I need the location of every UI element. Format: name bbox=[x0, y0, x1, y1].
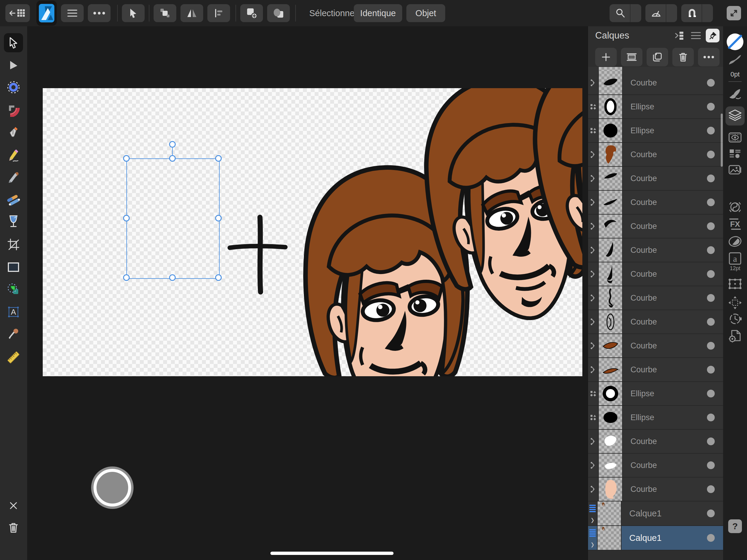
layer-row[interactable]: Courbe bbox=[588, 430, 724, 454]
layer-row[interactable]: Courbe bbox=[588, 310, 724, 334]
zoom-options-caret[interactable] bbox=[630, 4, 641, 22]
select-cursor-button[interactable] bbox=[122, 4, 145, 22]
corner-tool[interactable] bbox=[4, 101, 23, 120]
image-studio-button[interactable] bbox=[723, 164, 747, 176]
move-tool[interactable] bbox=[4, 33, 23, 52]
zoom-tool-button[interactable] bbox=[610, 4, 641, 22]
layer-row[interactable]: Courbe bbox=[588, 143, 724, 167]
stroke-width-value[interactable]: 0pt bbox=[723, 71, 747, 78]
pin-panel-button[interactable] bbox=[706, 29, 720, 43]
selection-handle-sw[interactable] bbox=[123, 274, 130, 281]
adjustments-studio-button[interactable] bbox=[723, 131, 747, 144]
layer-row[interactable]: Courbe bbox=[588, 334, 724, 358]
stroke-style-button[interactable] bbox=[723, 54, 747, 66]
layer-row[interactable]: Courbe bbox=[588, 262, 724, 286]
selection-handle-se[interactable] bbox=[215, 274, 222, 281]
snapping-options-caret[interactable] bbox=[702, 4, 713, 22]
layer-visibility-dot[interactable] bbox=[707, 509, 715, 517]
brush-studio-button[interactable] bbox=[723, 87, 747, 101]
layer-visibility-dot[interactable] bbox=[707, 103, 715, 110]
contrast-studio-button[interactable] bbox=[723, 235, 747, 248]
flip-button[interactable] bbox=[180, 4, 203, 22]
layer-visibility-dot[interactable] bbox=[707, 342, 715, 350]
selection-handle-e[interactable] bbox=[215, 215, 222, 222]
layer-row[interactable]: Ellipse bbox=[588, 382, 724, 406]
layer-visibility-dot[interactable] bbox=[707, 222, 715, 230]
layer-visibility-dot[interactable] bbox=[707, 437, 715, 445]
boolean-button[interactable] bbox=[267, 4, 290, 22]
expand-chevron-icon[interactable]: › bbox=[591, 540, 594, 549]
pen-tool[interactable] bbox=[4, 123, 23, 142]
history-studio-button[interactable] bbox=[723, 312, 747, 325]
layer-visibility-dot[interactable] bbox=[707, 246, 715, 254]
layer-visibility-dot[interactable] bbox=[707, 294, 715, 302]
layer-row[interactable]: Ellipse bbox=[588, 95, 724, 119]
layer-visibility-dot[interactable] bbox=[707, 270, 715, 278]
duplicate-layer-button[interactable] bbox=[647, 48, 668, 66]
delete-button[interactable] bbox=[4, 518, 23, 537]
fill-swatch-button[interactable] bbox=[723, 33, 747, 51]
fx-studio-button[interactable]: FX bbox=[723, 218, 747, 231]
layer-row[interactable]: Courbe bbox=[588, 454, 724, 478]
layer-row[interactable]: Ellipse bbox=[588, 406, 724, 430]
transform-button[interactable] bbox=[154, 4, 176, 22]
help-button[interactable]: ? bbox=[728, 519, 742, 533]
swatches-studio-button[interactable] bbox=[723, 200, 747, 214]
selection-handle-n[interactable] bbox=[169, 155, 176, 162]
selection-bounding-box[interactable] bbox=[126, 158, 220, 279]
layer-visibility-dot[interactable] bbox=[707, 151, 715, 158]
shape-builder-tool[interactable] bbox=[4, 280, 23, 299]
layer-visibility-dot[interactable] bbox=[707, 198, 715, 206]
mask-layer-button[interactable] bbox=[621, 48, 642, 66]
layer-row[interactable]: ›Calque1 bbox=[588, 502, 724, 526]
transform-studio-button[interactable] bbox=[723, 278, 747, 290]
layer-row[interactable]: ›Calque1 bbox=[588, 526, 724, 551]
home-indicator[interactable] bbox=[271, 552, 393, 555]
layer-visibility-dot[interactable] bbox=[707, 127, 715, 134]
delete-layer-button[interactable] bbox=[672, 48, 694, 66]
arrange-studio-button[interactable] bbox=[723, 296, 747, 310]
ruler-tool[interactable] bbox=[4, 348, 23, 367]
navigator-options-caret[interactable] bbox=[666, 4, 677, 22]
layer-row[interactable]: Courbe bbox=[588, 286, 724, 310]
layer-row[interactable]: Courbe bbox=[588, 214, 724, 238]
text-tool[interactable]: A bbox=[4, 302, 23, 322]
layer-visibility-dot[interactable] bbox=[707, 390, 715, 398]
layer-visibility-dot[interactable] bbox=[707, 318, 715, 326]
selection-handle-w[interactable] bbox=[123, 215, 130, 222]
insert-target-button[interactable] bbox=[673, 29, 687, 43]
app-switcher-button[interactable] bbox=[5, 4, 30, 22]
selection-handle-s[interactable] bbox=[169, 274, 176, 281]
add-layer-button[interactable] bbox=[595, 48, 617, 66]
layer-visibility-dot[interactable] bbox=[707, 79, 715, 87]
layer-visibility-dot[interactable] bbox=[707, 461, 715, 469]
layer-row[interactable]: Courbe bbox=[588, 167, 724, 190]
document-studio-button[interactable] bbox=[723, 329, 747, 342]
selection-brush-tool[interactable] bbox=[4, 78, 23, 97]
layer-row[interactable]: Ellipse bbox=[588, 119, 724, 143]
objet-button[interactable]: Objet bbox=[406, 4, 445, 22]
identique-button[interactable]: Identique bbox=[354, 4, 402, 22]
rectangle-tool[interactable] bbox=[4, 258, 23, 277]
vector-brush-tool[interactable] bbox=[4, 167, 23, 186]
insert-button[interactable] bbox=[240, 4, 263, 22]
rotation-handle[interactable] bbox=[169, 141, 176, 148]
layers-studio-button[interactable] bbox=[723, 108, 747, 123]
layer-visibility-dot[interactable] bbox=[707, 366, 715, 374]
layer-row[interactable]: Courbe bbox=[588, 190, 724, 214]
selection-handle-nw[interactable] bbox=[123, 155, 130, 162]
layer-row[interactable]: Courbe bbox=[588, 238, 724, 262]
gradient-tool[interactable] bbox=[4, 190, 23, 210]
layer-row[interactable]: Courbe bbox=[588, 71, 724, 95]
layer-row[interactable]: Courbe bbox=[588, 358, 724, 382]
affinity-designer-app-button[interactable] bbox=[36, 1, 57, 26]
node-tool[interactable] bbox=[4, 56, 23, 75]
layers-scrollbar[interactable] bbox=[721, 113, 723, 167]
snapping-button[interactable] bbox=[681, 4, 713, 22]
artboard[interactable] bbox=[43, 88, 582, 376]
menu-button[interactable] bbox=[61, 4, 84, 22]
pencil-tool[interactable] bbox=[4, 146, 23, 165]
fullscreen-button[interactable] bbox=[727, 6, 741, 20]
layer-visibility-dot[interactable] bbox=[707, 534, 715, 542]
transparency-tool[interactable] bbox=[4, 211, 23, 231]
